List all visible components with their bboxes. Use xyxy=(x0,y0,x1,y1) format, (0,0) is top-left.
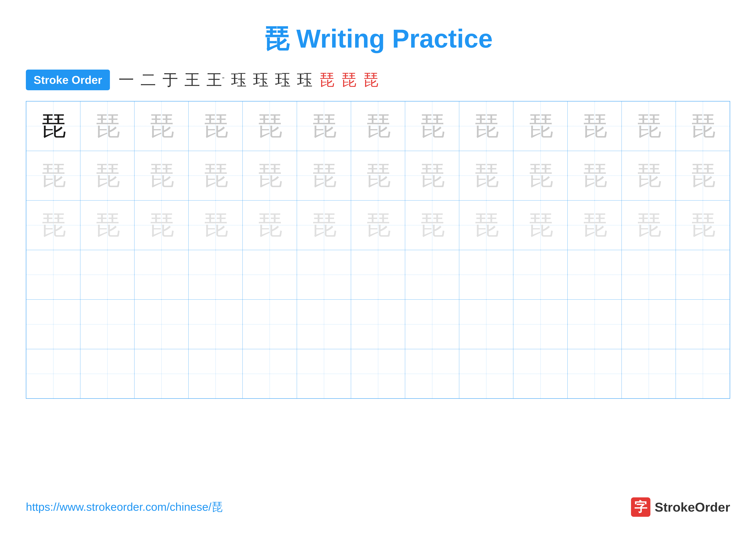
table-cell[interactable] xyxy=(513,250,567,299)
table-cell[interactable]: 琵 xyxy=(567,200,622,250)
table-cell[interactable]: 琵 xyxy=(26,200,80,250)
table-cell[interactable] xyxy=(622,349,676,398)
table-cell[interactable] xyxy=(297,349,351,398)
table-cell[interactable] xyxy=(405,349,459,398)
table-cell[interactable]: 琵 xyxy=(513,151,567,200)
table-cell[interactable]: 琵 xyxy=(513,200,567,250)
table-cell[interactable] xyxy=(351,349,405,398)
table-cell[interactable] xyxy=(189,250,243,299)
table-cell[interactable] xyxy=(622,250,676,299)
table-cell[interactable]: 琵 xyxy=(405,151,459,200)
table-cell[interactable] xyxy=(351,250,405,299)
stroke-3: 于 xyxy=(162,69,178,90)
table-cell[interactable] xyxy=(513,299,567,349)
stroke-11: 琵 xyxy=(341,69,357,90)
table-cell[interactable]: 琵 xyxy=(459,101,513,151)
table-cell[interactable] xyxy=(189,299,243,349)
footer-url[interactable]: https://www.strokeorder.com/chinese/琵 xyxy=(26,499,223,515)
table-cell[interactable] xyxy=(513,349,567,398)
table-row xyxy=(26,299,730,349)
table-cell[interactable]: 琵 xyxy=(26,101,80,151)
table-cell[interactable]: 琵 xyxy=(243,200,297,250)
table-cell[interactable]: 琵 xyxy=(676,151,730,200)
table-cell[interactable]: 琵 xyxy=(189,101,243,151)
table-cell[interactable] xyxy=(567,299,622,349)
table-cell[interactable]: 琵 xyxy=(622,101,676,151)
stroke-8: 珏 xyxy=(275,69,290,90)
table-cell[interactable]: 琵 xyxy=(134,200,188,250)
strokeorder-icon: 字 xyxy=(631,497,650,517)
practice-grid-container: 琵 琵 琵 琵 琵 琵 琵 琵 琵 琵 琵 琵 琵 琵 琵 琵 琵 琵 琵 琵 … xyxy=(0,101,756,399)
title-text: Writing Practice xyxy=(289,24,493,53)
table-cell[interactable]: 琵 xyxy=(622,200,676,250)
table-cell[interactable]: 琵 xyxy=(567,101,622,151)
table-cell[interactable] xyxy=(567,250,622,299)
table-cell[interactable]: 琵 xyxy=(243,101,297,151)
table-cell[interactable]: 琵 xyxy=(297,101,351,151)
table-cell[interactable]: 琵 xyxy=(513,101,567,151)
table-cell[interactable]: 琵 xyxy=(351,101,405,151)
table-cell[interactable]: 琵 xyxy=(243,151,297,200)
footer-logo: 字 StrokeOrder xyxy=(631,497,730,517)
table-cell[interactable] xyxy=(26,349,80,398)
table-cell[interactable] xyxy=(405,250,459,299)
table-cell[interactable] xyxy=(297,250,351,299)
table-row: 琵 琵 琵 琵 琵 琵 琵 琵 琵 琵 琵 琵 琵 xyxy=(26,101,730,151)
table-cell[interactable] xyxy=(676,349,730,398)
table-cell[interactable] xyxy=(189,349,243,398)
table-cell[interactable] xyxy=(567,349,622,398)
table-cell[interactable]: 琵 xyxy=(405,101,459,151)
stroke-4: 王 xyxy=(184,69,200,90)
table-cell[interactable] xyxy=(459,349,513,398)
table-cell[interactable] xyxy=(676,250,730,299)
table-row: 琵 琵 琵 琵 琵 琵 琵 琵 琵 琵 琵 琵 琵 xyxy=(26,200,730,250)
title-char: 琵 xyxy=(263,24,289,53)
table-cell[interactable] xyxy=(26,250,80,299)
table-cell[interactable]: 琵 xyxy=(351,151,405,200)
table-cell[interactable]: 琵 xyxy=(459,151,513,200)
footer: https://www.strokeorder.com/chinese/琵 字 … xyxy=(26,497,730,517)
table-cell[interactable]: 琵 xyxy=(134,101,188,151)
table-row xyxy=(26,349,730,398)
table-cell[interactable] xyxy=(80,250,134,299)
footer-logo-text: StrokeOrder xyxy=(655,500,730,515)
table-cell[interactable] xyxy=(243,250,297,299)
table-cell[interactable] xyxy=(243,299,297,349)
stroke-10: 琵 xyxy=(319,69,335,90)
table-cell[interactable]: 琵 xyxy=(189,151,243,200)
table-cell[interactable]: 琵 xyxy=(134,151,188,200)
table-cell[interactable]: 琵 xyxy=(80,200,134,250)
table-cell[interactable]: 琵 xyxy=(676,101,730,151)
table-cell[interactable] xyxy=(459,250,513,299)
table-cell[interactable]: 琵 xyxy=(26,151,80,200)
table-cell[interactable]: 琵 xyxy=(351,200,405,250)
table-cell[interactable] xyxy=(297,299,351,349)
table-cell[interactable]: 琵 xyxy=(676,200,730,250)
table-row xyxy=(26,250,730,299)
table-cell[interactable]: 琵 xyxy=(297,200,351,250)
table-cell[interactable] xyxy=(459,299,513,349)
table-cell[interactable] xyxy=(80,299,134,349)
table-cell[interactable]: 琵 xyxy=(80,101,134,151)
stroke-9: 珏 xyxy=(297,69,312,90)
table-cell[interactable] xyxy=(622,299,676,349)
table-cell[interactable] xyxy=(134,250,188,299)
table-cell[interactable] xyxy=(351,299,405,349)
table-row: 琵 琵 琵 琵 琵 琵 琵 琵 琵 琵 琵 琵 琵 xyxy=(26,151,730,200)
table-cell[interactable]: 琵 xyxy=(567,151,622,200)
table-cell[interactable] xyxy=(134,299,188,349)
stroke-5: 王- xyxy=(206,69,225,90)
table-cell[interactable] xyxy=(676,299,730,349)
stroke-1: 一 xyxy=(119,69,134,90)
table-cell[interactable] xyxy=(26,299,80,349)
table-cell[interactable]: 琵 xyxy=(459,200,513,250)
table-cell[interactable]: 琵 xyxy=(189,200,243,250)
table-cell[interactable]: 琵 xyxy=(297,151,351,200)
table-cell[interactable]: 琵 xyxy=(405,200,459,250)
table-cell[interactable] xyxy=(80,349,134,398)
table-cell[interactable]: 琵 xyxy=(622,151,676,200)
table-cell[interactable] xyxy=(405,299,459,349)
table-cell[interactable] xyxy=(134,349,188,398)
table-cell[interactable] xyxy=(243,349,297,398)
table-cell[interactable]: 琵 xyxy=(80,151,134,200)
